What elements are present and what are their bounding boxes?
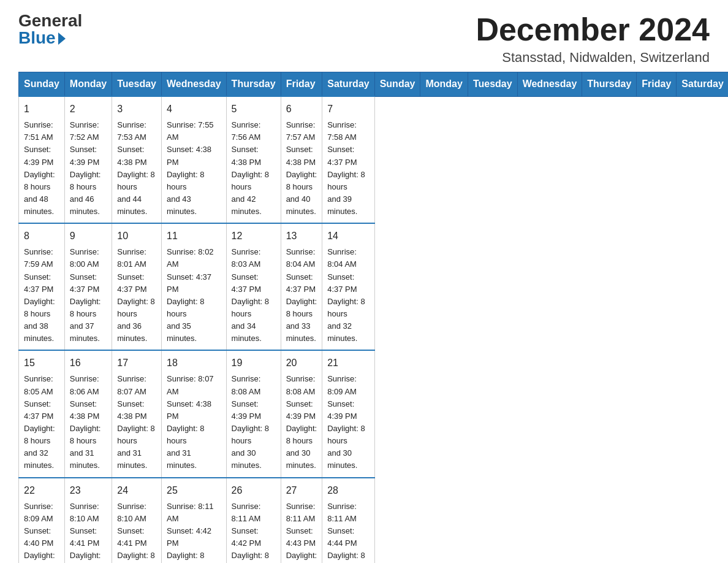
calendar-cell: 27Sunrise: 8:11 AM Sunset: 4:43 PM Dayli… (281, 478, 322, 563)
calendar-cell: 12Sunrise: 8:03 AM Sunset: 4:37 PM Dayli… (226, 223, 281, 350)
calendar-cell: 15Sunrise: 8:05 AM Sunset: 4:37 PM Dayli… (19, 350, 65, 477)
calendar-week-4: 22Sunrise: 8:09 AM Sunset: 4:40 PM Dayli… (19, 478, 729, 563)
day-number: 26 (232, 483, 276, 498)
day-number: 10 (117, 229, 156, 243)
day-number: 22 (24, 483, 59, 498)
day-info: Sunrise: 7:57 AM Sunset: 4:38 PM Dayligh… (286, 119, 317, 218)
calendar-cell: 1Sunrise: 7:51 AM Sunset: 4:39 PM Daylig… (19, 96, 65, 223)
day-info: Sunrise: 8:10 AM Sunset: 4:41 PM Dayligh… (70, 500, 107, 563)
day-number: 11 (167, 229, 221, 243)
day-info: Sunrise: 7:52 AM Sunset: 4:39 PM Dayligh… (70, 119, 107, 218)
day-number: 12 (232, 229, 276, 243)
column-header-wednesday: Wednesday (517, 72, 582, 97)
day-number: 5 (232, 102, 276, 117)
day-info: Sunrise: 7:59 AM Sunset: 4:37 PM Dayligh… (24, 246, 59, 345)
day-number: 16 (70, 356, 107, 370)
column-header-sunday: Sunday (19, 72, 65, 97)
day-number: 25 (167, 483, 221, 498)
calendar-cell: 19Sunrise: 8:08 AM Sunset: 4:39 PM Dayli… (226, 350, 281, 477)
day-info: Sunrise: 7:55 AM Sunset: 4:38 PM Dayligh… (167, 119, 221, 218)
day-number: 24 (117, 483, 156, 498)
calendar-cell: 20Sunrise: 8:08 AM Sunset: 4:39 PM Dayli… (281, 350, 322, 477)
calendar-cell: 25Sunrise: 8:11 AM Sunset: 4:42 PM Dayli… (161, 478, 226, 563)
column-header-wednesday: Wednesday (161, 72, 226, 97)
day-number: 21 (327, 356, 369, 370)
day-number: 3 (117, 102, 156, 117)
column-header-thursday: Thursday (226, 72, 281, 97)
column-header-thursday: Thursday (582, 72, 637, 97)
calendar-cell: 2Sunrise: 7:52 AM Sunset: 4:39 PM Daylig… (64, 96, 112, 223)
day-number: 4 (167, 102, 221, 117)
day-info: Sunrise: 8:03 AM Sunset: 4:37 PM Dayligh… (232, 246, 276, 345)
calendar-cell: 24Sunrise: 8:10 AM Sunset: 4:41 PM Dayli… (112, 478, 162, 563)
day-info: Sunrise: 7:56 AM Sunset: 4:38 PM Dayligh… (232, 119, 276, 218)
day-number: 7 (327, 102, 369, 117)
day-number: 17 (117, 356, 156, 370)
column-header-tuesday: Tuesday (468, 72, 517, 97)
day-info: Sunrise: 8:11 AM Sunset: 4:42 PM Dayligh… (167, 500, 221, 563)
day-info: Sunrise: 8:09 AM Sunset: 4:39 PM Dayligh… (327, 373, 369, 472)
calendar-cell: 13Sunrise: 8:04 AM Sunset: 4:37 PM Dayli… (281, 223, 322, 350)
day-info: Sunrise: 8:06 AM Sunset: 4:38 PM Dayligh… (70, 373, 107, 472)
calendar-cell: 8Sunrise: 7:59 AM Sunset: 4:37 PM Daylig… (19, 223, 65, 350)
day-info: Sunrise: 8:11 AM Sunset: 4:43 PM Dayligh… (286, 500, 317, 563)
column-header-saturday: Saturday (322, 72, 374, 97)
day-number: 6 (286, 102, 317, 117)
calendar-cell: 3Sunrise: 7:53 AM Sunset: 4:38 PM Daylig… (112, 96, 162, 223)
day-info: Sunrise: 8:11 AM Sunset: 4:44 PM Dayligh… (327, 500, 369, 563)
column-header-friday: Friday (637, 72, 677, 97)
day-number: 14 (327, 229, 369, 243)
day-info: Sunrise: 7:58 AM Sunset: 4:37 PM Dayligh… (327, 119, 369, 218)
day-info: Sunrise: 8:10 AM Sunset: 4:41 PM Dayligh… (117, 500, 156, 563)
calendar-cell: 17Sunrise: 8:07 AM Sunset: 4:38 PM Dayli… (112, 350, 162, 477)
day-info: Sunrise: 7:53 AM Sunset: 4:38 PM Dayligh… (117, 119, 156, 218)
calendar-cell: 5Sunrise: 7:56 AM Sunset: 4:38 PM Daylig… (226, 96, 281, 223)
day-info: Sunrise: 8:09 AM Sunset: 4:40 PM Dayligh… (24, 500, 59, 563)
logo-arrow-icon (58, 33, 66, 45)
calendar-cell: 28Sunrise: 8:11 AM Sunset: 4:44 PM Dayli… (322, 478, 374, 563)
day-number: 19 (232, 356, 276, 370)
calendar-cell: 10Sunrise: 8:01 AM Sunset: 4:37 PM Dayli… (112, 223, 162, 350)
day-number: 23 (70, 483, 107, 498)
day-number: 8 (24, 229, 59, 243)
day-info: Sunrise: 8:04 AM Sunset: 4:37 PM Dayligh… (327, 246, 369, 345)
day-info: Sunrise: 8:07 AM Sunset: 4:38 PM Dayligh… (117, 373, 156, 472)
calendar-table: SundayMondayTuesdayWednesdayThursdayFrid… (18, 72, 728, 563)
day-info: Sunrise: 8:11 AM Sunset: 4:42 PM Dayligh… (232, 500, 276, 563)
logo-blue-text: Blue (18, 29, 66, 47)
day-number: 15 (24, 356, 59, 370)
day-number: 13 (286, 229, 317, 243)
calendar-cell: 26Sunrise: 8:11 AM Sunset: 4:42 PM Dayli… (226, 478, 281, 563)
day-info: Sunrise: 8:02 AM Sunset: 4:37 PM Dayligh… (167, 246, 221, 345)
calendar-cell: 16Sunrise: 8:06 AM Sunset: 4:38 PM Dayli… (64, 350, 112, 477)
column-header-monday: Monday (420, 72, 468, 97)
day-info: Sunrise: 8:01 AM Sunset: 4:37 PM Dayligh… (117, 246, 156, 345)
day-number: 2 (70, 102, 107, 117)
day-info: Sunrise: 7:51 AM Sunset: 4:39 PM Dayligh… (24, 119, 59, 218)
day-number: 20 (286, 356, 317, 370)
day-info: Sunrise: 8:08 AM Sunset: 4:39 PM Dayligh… (232, 373, 276, 472)
calendar-cell: 11Sunrise: 8:02 AM Sunset: 4:37 PM Dayli… (161, 223, 226, 350)
day-info: Sunrise: 8:00 AM Sunset: 4:37 PM Dayligh… (70, 246, 107, 345)
calendar-cell: 23Sunrise: 8:10 AM Sunset: 4:41 PM Dayli… (64, 478, 112, 563)
calendar-cell: 6Sunrise: 7:57 AM Sunset: 4:38 PM Daylig… (281, 96, 322, 223)
calendar-cell: 4Sunrise: 7:55 AM Sunset: 4:38 PM Daylig… (161, 96, 226, 223)
day-info: Sunrise: 8:08 AM Sunset: 4:39 PM Dayligh… (286, 373, 317, 472)
day-number: 9 (70, 229, 107, 243)
calendar-cell: 14Sunrise: 8:04 AM Sunset: 4:37 PM Dayli… (322, 223, 374, 350)
column-header-saturday: Saturday (677, 72, 728, 97)
column-header-friday: Friday (281, 72, 322, 97)
calendar-week-3: 15Sunrise: 8:05 AM Sunset: 4:37 PM Dayli… (19, 350, 729, 477)
day-number: 27 (286, 483, 317, 498)
column-header-tuesday: Tuesday (112, 72, 162, 97)
calendar-week-2: 8Sunrise: 7:59 AM Sunset: 4:37 PM Daylig… (19, 223, 729, 350)
day-info: Sunrise: 8:05 AM Sunset: 4:37 PM Dayligh… (24, 373, 59, 472)
calendar-cell: 22Sunrise: 8:09 AM Sunset: 4:40 PM Dayli… (19, 478, 65, 563)
calendar-cell: 9Sunrise: 8:00 AM Sunset: 4:37 PM Daylig… (64, 223, 112, 350)
logo-general-text: General (18, 12, 82, 29)
month-year-title: December 2024 (476, 12, 710, 47)
day-number: 1 (24, 102, 59, 117)
title-block: December 2024 Stansstad, Nidwalden, Swit… (476, 12, 710, 66)
calendar-cell: 21Sunrise: 8:09 AM Sunset: 4:39 PM Dayli… (322, 350, 374, 477)
day-number: 28 (327, 483, 369, 498)
